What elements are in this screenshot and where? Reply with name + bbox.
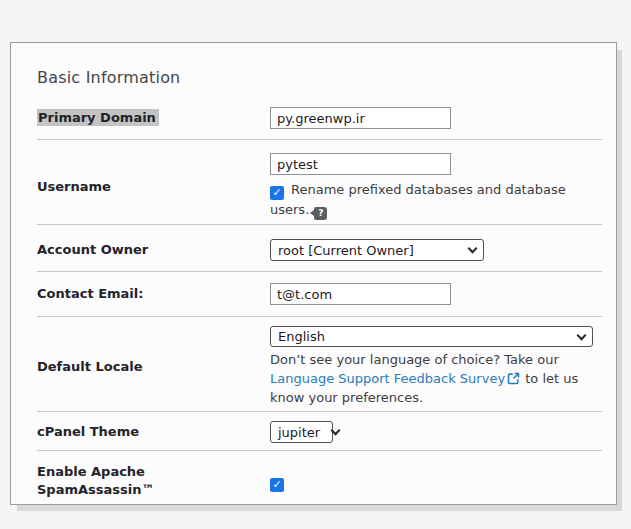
account-owner-select[interactable]: root [Current Owner]	[270, 239, 484, 261]
default-locale-control: English Don’t see your language of choic…	[270, 326, 602, 407]
row-account-owner: Account Owner root [Current Owner]	[37, 225, 602, 272]
cpanel-theme-label: cPanel Theme	[37, 423, 270, 441]
default-locale-label: Default Locale	[37, 358, 270, 376]
language-survey-link[interactable]: Language Support Feedback Survey	[270, 371, 505, 386]
row-primary-domain: Primary Domain	[37, 97, 602, 140]
cpanel-theme-control: jupiter	[270, 421, 602, 443]
default-locale-select[interactable]: English	[270, 326, 593, 347]
chevron-down-icon	[577, 330, 587, 340]
locale-help-before: Don’t see your language of choice? Take …	[270, 352, 559, 367]
primary-domain-control	[270, 107, 602, 129]
contact-email-control	[270, 283, 602, 305]
external-link-icon	[507, 372, 520, 385]
primary-domain-label: Primary Domain	[37, 109, 270, 127]
primary-domain-input[interactable]	[270, 107, 451, 129]
account-owner-selected-value: root [Current Owner]	[278, 243, 414, 258]
row-username: Username ✓Rename prefixed databases and …	[37, 140, 602, 225]
chevron-down-icon	[468, 244, 478, 254]
default-locale-selected-value: English	[278, 329, 325, 344]
chevron-down-icon	[331, 426, 341, 436]
locale-help-text: Don’t see your language of choice? Take …	[270, 350, 602, 407]
basic-information-panel: Basic Information Primary Domain Usernam…	[10, 42, 617, 505]
username-input[interactable]	[270, 153, 451, 175]
spamassassin-control: ✓	[270, 471, 602, 492]
primary-domain-label-text: Primary Domain	[37, 109, 159, 126]
cpanel-theme-selected-value: jupiter	[278, 425, 320, 440]
row-default-locale: Default Locale English Don’t see your la…	[37, 317, 602, 412]
cpanel-theme-select[interactable]: jupiter	[270, 421, 333, 443]
account-owner-label: Account Owner	[37, 241, 270, 259]
username-control: ✓Rename prefixed databases and database …	[270, 153, 602, 220]
row-spamassassin: Enable Apache SpamAssassin™ ✓	[37, 451, 602, 511]
help-tooltip-icon[interactable]: ?	[314, 207, 327, 220]
panel-title: Basic Information	[37, 68, 602, 87]
account-owner-control: root [Current Owner]	[270, 239, 602, 261]
rename-databases-checkbox[interactable]: ✓	[270, 186, 284, 200]
username-label: Username	[37, 178, 270, 196]
contact-email-label: Contact Email:	[37, 285, 270, 303]
row-contact-email: Contact Email:	[37, 272, 602, 317]
row-cpanel-theme: cPanel Theme jupiter	[37, 412, 602, 451]
rename-databases-option: ✓Rename prefixed databases and database …	[270, 180, 572, 220]
contact-email-input[interactable]	[270, 283, 451, 305]
spamassassin-checkbox[interactable]: ✓	[270, 478, 284, 492]
spamassassin-label: Enable Apache SpamAssassin™	[37, 463, 270, 499]
